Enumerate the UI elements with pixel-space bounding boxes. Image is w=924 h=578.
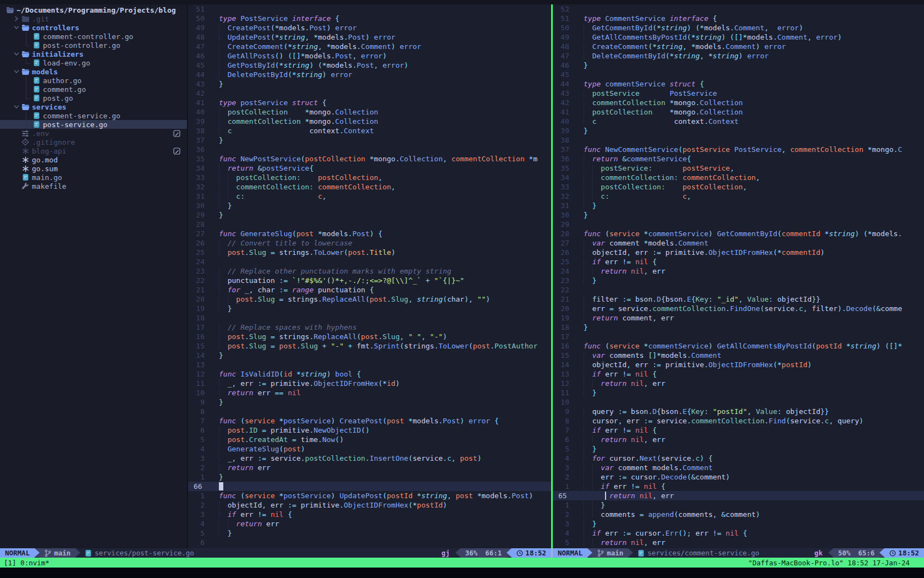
code-line[interactable]: 29 bbox=[553, 220, 924, 229]
code-line[interactable]: 31 c: c, bbox=[188, 192, 551, 201]
tree-item-main.go[interactable]: main.go bbox=[0, 173, 187, 182]
code-line[interactable]: 65 return nil, err bbox=[553, 491, 924, 500]
tree-item-go.mod[interactable]: go.mod bbox=[0, 155, 187, 164]
code-line[interactable]: 15 post.Slug = post.Slug + "-" + fmt.Spr… bbox=[188, 341, 551, 351]
code-line[interactable]: 33 postCollection: postCollection, bbox=[553, 182, 924, 192]
code-line[interactable]: 42 commentCollection *mongo.Collection bbox=[553, 98, 924, 107]
code-line[interactable]: 48 CreateComment(*string, *models.Commen… bbox=[553, 42, 924, 51]
chevron-down-icon[interactable] bbox=[12, 105, 21, 109]
code-line[interactable]: 28 bbox=[188, 220, 551, 229]
tree-item-makefile[interactable]: makefile bbox=[0, 182, 187, 190]
tree-item-post-service.go[interactable]: post-service.go bbox=[0, 120, 187, 129]
code-line[interactable]: 49 GetAllCommentsByPostId(*string) ([]*m… bbox=[553, 32, 924, 42]
code-line[interactable]: 2 err := cursor.Decode(&comment) bbox=[553, 472, 924, 482]
code-line[interactable]: 10 bbox=[553, 397, 924, 407]
code-line[interactable]: 3 } bbox=[553, 519, 924, 528]
code-line[interactable]: 50type PostService interface { bbox=[188, 14, 551, 23]
tree-item-.git[interactable]: .git bbox=[0, 14, 187, 23]
code-line[interactable]: 18 bbox=[188, 313, 551, 323]
code-line[interactable]: 43} bbox=[188, 79, 551, 89]
code-line[interactable]: 49 CreatePost(*models.Post) error bbox=[188, 23, 551, 32]
code-line[interactable]: 38 c context.Context bbox=[188, 126, 551, 135]
code-line[interactable]: 34 return &postService{ bbox=[188, 163, 551, 173]
code-line[interactable]: 42 bbox=[188, 89, 551, 98]
chevron-down-icon[interactable] bbox=[12, 52, 21, 56]
code-line[interactable]: 51type CommentService interface { bbox=[553, 14, 924, 23]
code-line[interactable]: 12func IsValidID(id *string) bool { bbox=[188, 369, 551, 379]
code-line[interactable]: 30 } bbox=[188, 201, 551, 210]
code-line[interactable]: 25 post.Slug = strings.ToLower(post.Titl… bbox=[188, 248, 551, 257]
code-line[interactable]: 48 UpdatePost(*string, *models.Post) err… bbox=[188, 32, 551, 42]
tree-item-comment-controller.go[interactable]: comment-controller.go bbox=[0, 32, 187, 41]
code-line[interactable]: 5 post.CreatedAt = time.Now() bbox=[188, 435, 551, 444]
code-line[interactable]: 35 postService: postService, bbox=[553, 163, 924, 173]
code-line[interactable]: 5 } bbox=[188, 528, 551, 538]
code-line[interactable]: 19 } bbox=[188, 304, 551, 313]
code-line[interactable]: 4 for cursor.Next(service.c) { bbox=[553, 454, 924, 463]
code-line[interactable]: 37} bbox=[188, 135, 551, 145]
code-line[interactable]: 31 } bbox=[553, 201, 924, 210]
code-line[interactable]: 47 CreateComment(*string, *models.Commen… bbox=[188, 42, 551, 51]
tree-root[interactable]: ~/Documents/Programming/Projects/blog bbox=[0, 6, 187, 14]
chevron-down-icon[interactable] bbox=[12, 25, 21, 30]
code-line[interactable]: 26 // Convert title to lowercase bbox=[188, 238, 551, 248]
code-line[interactable]: 23 } bbox=[553, 276, 924, 285]
code-line[interactable]: 2 comments = append(comments, &comment) bbox=[553, 510, 924, 519]
code-line[interactable]: 34 commentCollection: commentCollection, bbox=[553, 173, 924, 182]
code-line[interactable]: 35func NewPostService(postCollection *mo… bbox=[188, 154, 551, 163]
code-line[interactable]: 29} bbox=[188, 210, 551, 220]
code-line[interactable]: 5 return nil, err bbox=[553, 538, 924, 547]
code-line[interactable]: 39 commentCollection *mongo.Collection bbox=[188, 117, 551, 126]
code-line[interactable]: 37func NewCommentService(postService Pos… bbox=[553, 145, 924, 154]
code-line[interactable]: 14} bbox=[188, 351, 551, 360]
code-line[interactable]: 6 bbox=[188, 538, 551, 547]
tree-item-post.go[interactable]: post.go bbox=[0, 94, 187, 102]
code-line[interactable]: 20 post.Slug = strings.ReplaceAll(post.S… bbox=[188, 295, 551, 304]
file-explorer[interactable]: ~/Documents/Programming/Projects/blog .g… bbox=[0, 4, 187, 548]
code-line[interactable]: 1 } bbox=[553, 500, 924, 510]
tree-item-load-env.go[interactable]: load-env.go bbox=[0, 58, 187, 67]
code-line[interactable]: 46} bbox=[553, 61, 924, 70]
code-line[interactable]: 24 return nil, err bbox=[553, 266, 924, 276]
code-line[interactable]: 41type postService struct { bbox=[188, 98, 551, 107]
code-line[interactable]: 38 bbox=[553, 135, 924, 145]
code-line[interactable]: 33 postCollection: postCollection, bbox=[188, 173, 551, 182]
code-line[interactable]: 36 bbox=[188, 145, 551, 154]
code-line[interactable]: 26 objectId, err := primitive.ObjectIDFr… bbox=[553, 248, 924, 257]
code-line[interactable]: 17 bbox=[553, 332, 924, 341]
code-line[interactable]: 18} bbox=[553, 323, 924, 332]
tree-item-blog-api[interactable]: blog-api bbox=[0, 146, 187, 155]
code-line[interactable]: 15 var comments []*models.Comment bbox=[553, 351, 924, 360]
code-line[interactable]: 50 GetCommentById(*string) (*models.Comm… bbox=[553, 23, 924, 32]
code-line[interactable]: 5 } bbox=[553, 444, 924, 454]
code-line[interactable]: 8 cursor, err := service.commentCollecti… bbox=[553, 416, 924, 426]
chevron-right-icon[interactable] bbox=[12, 16, 21, 21]
code-line[interactable]: 2 objectId, err := primitive.ObjectIDFro… bbox=[188, 500, 551, 510]
tree-item-models[interactable]: models bbox=[0, 67, 187, 76]
code-line[interactable]: 36 return &commentService{ bbox=[553, 154, 924, 163]
tree-item-comment.go[interactable]: comment.go bbox=[0, 85, 187, 94]
code-line[interactable]: 46 GetAllPosts() ([]*models.Post, error) bbox=[188, 51, 551, 61]
code-line[interactable]: 45 bbox=[553, 70, 924, 79]
code-line[interactable]: 21 for _, char := range punctuation { bbox=[188, 285, 551, 295]
code-line[interactable]: 1} bbox=[188, 472, 551, 482]
code-line[interactable]: 32 commentCollection: commentCollection, bbox=[188, 182, 551, 192]
code-line[interactable]: 22 bbox=[553, 285, 924, 295]
code-line[interactable]: 39} bbox=[553, 126, 924, 135]
code-line[interactable]: 27 var comment *models.Comment bbox=[553, 238, 924, 248]
code-line[interactable]: 4 return err bbox=[188, 519, 551, 528]
code-line[interactable]: 11 _, err := primitive.ObjectIDFromHex(*… bbox=[188, 379, 551, 388]
code-line[interactable]: 13 if err != nil { bbox=[553, 369, 924, 379]
code-line[interactable]: 45 GetPostById(*string) (*models.Post, e… bbox=[188, 61, 551, 70]
tree-item-go.sum[interactable]: go.sum bbox=[0, 164, 187, 173]
tree-item-author.go[interactable]: author.go bbox=[0, 76, 187, 85]
code-line[interactable]: 2 return err bbox=[188, 463, 551, 472]
tree-item-.env[interactable]: .env bbox=[0, 129, 187, 138]
code-line[interactable]: 28func (service *commentService) GetComm… bbox=[553, 229, 924, 238]
code-line[interactable]: 20 err = service.commentCollection.FindO… bbox=[553, 304, 924, 313]
code-line[interactable]: 51 bbox=[188, 4, 551, 14]
code-line[interactable]: 3 var comment models.Comment bbox=[553, 463, 924, 472]
code-line[interactable]: 3 if err != nil { bbox=[188, 510, 551, 519]
tree-item-services[interactable]: services bbox=[0, 102, 187, 111]
code-line[interactable]: 27func GenerateSlug(post *models.Post) { bbox=[188, 229, 551, 238]
